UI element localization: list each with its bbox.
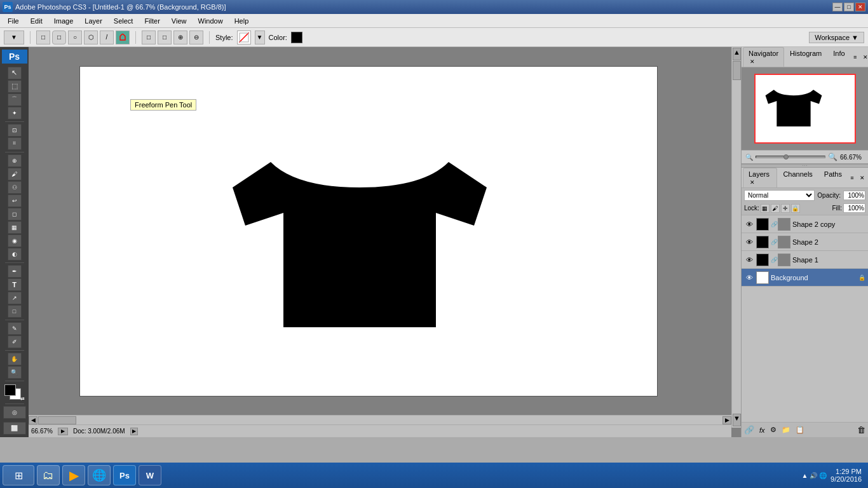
pixel-btn[interactable]: □	[158, 30, 172, 44]
layers-panel-menu[interactable]: ≡	[848, 173, 857, 182]
slice-tool[interactable]: ⌗	[8, 137, 22, 150]
media-btn[interactable]: ▶	[62, 465, 85, 485]
layer-visibility-shape2copy[interactable]: 👁	[744, 219, 754, 229]
new-group-btn[interactable]: 📁	[782, 426, 790, 434]
style-preview[interactable]	[237, 30, 251, 44]
layer-row-background[interactable]: 👁 Background 🔒	[742, 269, 868, 287]
rect-shape-btn[interactable]: □	[36, 30, 50, 44]
dodge-tool[interactable]: ◐	[8, 248, 22, 261]
hand-tool[interactable]: ✋	[8, 353, 22, 365]
chrome-btn[interactable]: 🌐	[88, 465, 111, 485]
menu-edit[interactable]: Edit	[25, 16, 48, 26]
magic-wand-tool[interactable]: ✦	[8, 107, 22, 119]
eraser-tool[interactable]: ◻	[8, 208, 22, 220]
path-btn[interactable]: □	[142, 30, 156, 44]
maximize-button[interactable]: □	[844, 3, 854, 11]
add-path-btn[interactable]: ⊕	[173, 30, 187, 44]
delete-layer-btn[interactable]: 🗑	[857, 425, 865, 435]
screen-mode-btn[interactable]: ⬜	[3, 422, 26, 435]
doc-info-btn[interactable]: ▶	[130, 428, 138, 435]
scroll-up-arrow[interactable]: ▲	[733, 48, 741, 60]
crop-tool[interactable]: ⊡	[8, 124, 22, 137]
close-layers-tab[interactable]: ✕	[750, 179, 755, 186]
close-button[interactable]: ✕	[855, 3, 865, 11]
layer-visibility-background[interactable]: 👁	[744, 273, 754, 283]
zoom-slider[interactable]	[756, 156, 825, 158]
scroll-left-arrow[interactable]: ◀	[29, 416, 37, 424]
blend-mode-select[interactable]: Normal Multiply Screen	[744, 190, 815, 201]
lock-image-btn[interactable]: 🖌	[771, 204, 780, 213]
style-dropdown[interactable]: ▼	[255, 30, 265, 44]
layer-mask-btn[interactable]: ⚙	[770, 426, 776, 434]
shape-tool[interactable]: □	[8, 305, 22, 318]
color-picker[interactable]	[291, 32, 302, 43]
spot-heal-tool[interactable]: ⊕	[8, 154, 22, 167]
layer-visibility-shape1[interactable]: 👁	[744, 255, 754, 265]
ellipse-btn[interactable]: ○	[68, 30, 82, 44]
lock-position-btn[interactable]: ✛	[781, 204, 790, 213]
menu-layer[interactable]: Layer	[79, 16, 107, 26]
workspace-button[interactable]: Workspace ▼	[809, 32, 864, 43]
rounded-rect-btn[interactable]: □	[52, 30, 66, 44]
new-layer-btn[interactable]: 📋	[796, 426, 804, 434]
brush-tool[interactable]: 🖌	[8, 168, 22, 180]
polygon-btn[interactable]: ⬡	[84, 30, 98, 44]
notes-tool[interactable]: ✎	[8, 322, 22, 335]
layer-row-shape2[interactable]: 👁 🔗 Shape 2	[742, 233, 868, 251]
move-tool[interactable]: ↖	[8, 67, 22, 79]
zoom-slider-thumb[interactable]	[783, 154, 789, 159]
link-layers-btn[interactable]: 🔗	[744, 425, 754, 435]
menu-image[interactable]: Image	[49, 16, 79, 26]
pen-tool[interactable]: ✒	[8, 265, 22, 278]
menu-window[interactable]: Window	[193, 16, 228, 26]
opacity-input[interactable]	[843, 191, 865, 200]
layer-row-shape2copy[interactable]: 👁 🔗 Shape 2 copy	[742, 215, 868, 233]
lock-all-btn[interactable]: 🔒	[791, 204, 800, 213]
quick-mask-btn[interactable]: ◎	[3, 406, 26, 419]
lock-transparent-btn[interactable]: ▦	[761, 204, 770, 213]
tool-preset-picker[interactable]: ▼	[4, 30, 24, 44]
nav-panel-close[interactable]: ✕	[861, 53, 868, 62]
start-button[interactable]: ⊞	[3, 465, 34, 485]
tab-channels[interactable]: Channels	[777, 168, 818, 187]
tab-paths[interactable]: Paths	[818, 168, 848, 187]
gradient-tool[interactable]: ▦	[8, 221, 22, 234]
tab-layers[interactable]: Layers ✕	[743, 168, 777, 187]
menu-file[interactable]: File	[3, 16, 24, 26]
explorer-btn[interactable]: 🗂	[37, 465, 60, 485]
titlebar-controls[interactable]: — □ ✕	[832, 3, 865, 11]
zoom-out-icon[interactable]: 🔍	[745, 154, 753, 161]
lasso-tool[interactable]: ⌒	[8, 93, 22, 106]
line-btn[interactable]: /	[100, 30, 114, 44]
photoshop-taskbar-btn[interactable]: Ps	[113, 465, 136, 485]
hscroll-thumb[interactable]	[38, 416, 76, 424]
layers-panel-close[interactable]: ✕	[858, 173, 867, 182]
zoom-in-icon[interactable]: 🔍	[828, 152, 837, 161]
layer-visibility-shape2[interactable]: 👁	[744, 237, 754, 247]
canvas-document[interactable]	[79, 66, 658, 396]
scroll-right-arrow[interactable]: ▶	[722, 416, 731, 424]
custom-shape-btn[interactable]	[116, 30, 130, 44]
canvas-horizontal-scrollbar[interactable]: ◀ ▶	[29, 415, 731, 424]
close-navigator-tab[interactable]: ✕	[750, 58, 755, 65]
nav-panel-menu[interactable]: ≡	[851, 53, 860, 62]
foreground-color[interactable]	[4, 384, 16, 396]
tab-info[interactable]: Info	[827, 47, 850, 67]
sub-path-btn[interactable]: ⊖	[189, 30, 203, 44]
clone-tool[interactable]: ⚇	[8, 181, 22, 194]
blur-tool[interactable]: ◉	[8, 234, 22, 247]
zoom-tool[interactable]: 🔍	[8, 366, 22, 379]
minimize-button[interactable]: —	[832, 3, 843, 11]
layer-fx-btn[interactable]: fx	[759, 426, 765, 434]
canvas-vertical-scrollbar[interactable]: ▲ ▼	[731, 47, 741, 428]
path-select-tool[interactable]: ↗	[8, 292, 22, 304]
vscroll-thumb[interactable]	[733, 61, 741, 80]
marquee-tool[interactable]: ⬚	[8, 80, 22, 93]
menu-view[interactable]: View	[166, 16, 192, 26]
fill-input[interactable]	[843, 203, 865, 213]
type-tool[interactable]: T	[8, 278, 22, 291]
scroll-down-arrow[interactable]: ▼	[733, 414, 741, 426]
tab-navigator[interactable]: Navigator ✕	[743, 47, 784, 67]
menu-filter[interactable]: Filter	[139, 16, 165, 26]
menu-select[interactable]: Select	[109, 16, 139, 26]
